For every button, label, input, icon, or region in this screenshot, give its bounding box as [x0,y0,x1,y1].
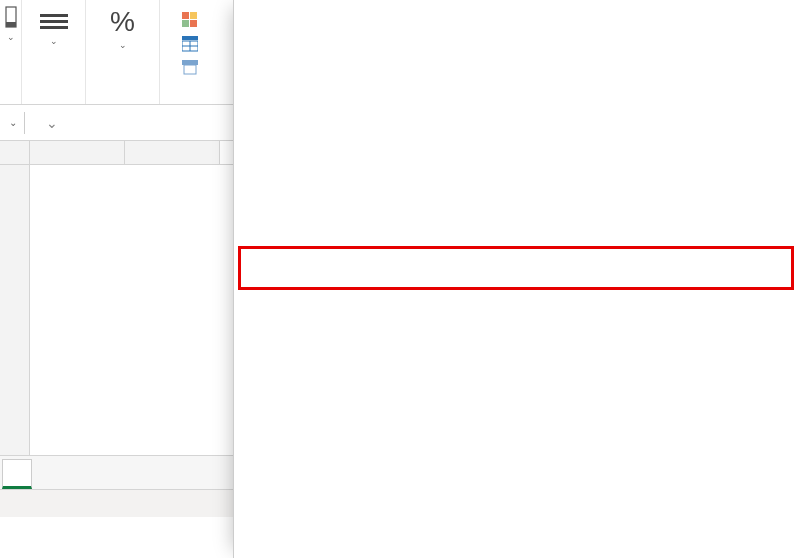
column-header-d[interactable] [125,141,220,164]
caret-down-icon: ⌄ [7,32,15,42]
status-bar-customize-menu [233,0,800,558]
svg-rect-4 [182,20,189,27]
svg-rect-6 [182,36,198,40]
percent-icon: % [110,8,135,36]
svg-rect-5 [190,20,197,27]
alignment-button[interactable]: ⌄ [37,6,71,46]
svg-rect-10 [182,60,198,65]
format-table-button[interactable] [182,36,204,52]
column-header-c[interactable] [30,141,125,164]
ribbon-group-alignment: ⌄ [22,0,86,104]
conditional-formatting-icon [182,12,198,28]
select-all-corner[interactable] [0,141,30,164]
ribbon-group-orientation: ⌄ [0,0,22,104]
add-sheet-button[interactable] [32,459,82,489]
cell-styles-icon [182,60,198,76]
row-headers[interactable] [0,165,30,455]
sheet-tab-1[interactable] [2,459,32,489]
svg-rect-3 [190,12,197,19]
cell-styles-button[interactable] [182,60,204,76]
ribbon-group-styles [160,0,226,104]
svg-rect-11 [184,65,196,74]
svg-rect-1 [6,22,16,27]
svg-rect-2 [182,12,189,19]
formula-dropdown[interactable]: ⌄ [43,115,61,131]
number-format-button[interactable]: % ⌄ [110,6,135,50]
align-icon [37,10,71,32]
ribbon-group-number: % ⌄ [86,0,160,104]
orientation-button[interactable]: ⌄ [5,6,17,42]
namebox-dropdown[interactable]: ⌄ [6,117,20,128]
caret-down-icon: ⌄ [50,36,58,46]
format-table-icon [182,36,198,52]
conditional-formatting-button[interactable] [182,12,204,28]
caret-down-icon: ⌄ [119,40,127,50]
